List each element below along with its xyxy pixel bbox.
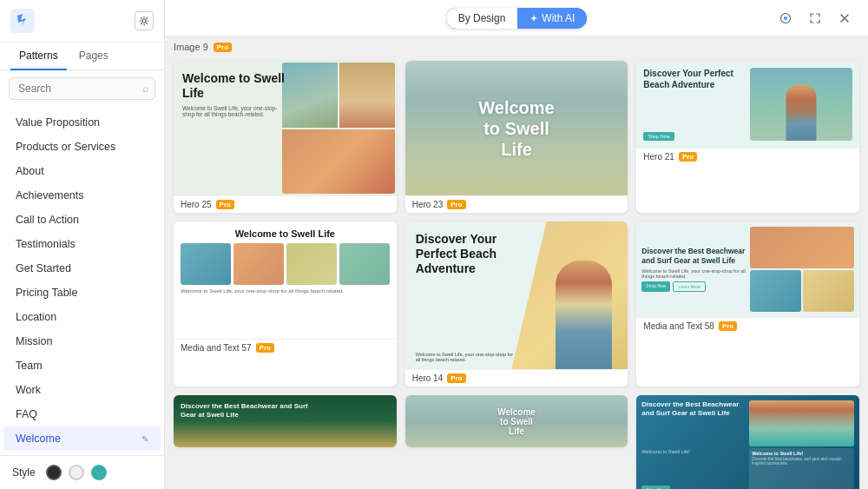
mt58-img2a <box>750 270 801 312</box>
style-light[interactable] <box>69 465 84 480</box>
sidebar-item-welcome[interactable]: Welcome ✎ <box>3 426 161 451</box>
hero14-label-text: Hero 14 <box>412 373 444 383</box>
hero21-preview: Discover Your Perfect Beach Adventure Sh… <box>636 61 859 148</box>
hero23-label-text: Hero 23 <box>412 200 444 209</box>
sync-button[interactable] <box>774 7 797 30</box>
sidebar-item-about[interactable]: About <box>3 159 161 183</box>
sidebar-item-get-started[interactable]: Get Started <box>3 256 161 281</box>
hero14-label: Hero 14 Pro <box>405 369 628 387</box>
sidebar-item-value-proposition[interactable]: Value Proposition <box>3 110 161 135</box>
close-button[interactable] <box>833 7 856 30</box>
hero25-subtitle: Welcome to Swell Life, your one-stop-sho… <box>182 105 289 117</box>
mtext57-img4 <box>339 243 390 285</box>
hero23-label: Hero 23 Pro <box>405 195 628 213</box>
bc2-text-wrap: Welcometo SwellLife <box>405 395 628 447</box>
ai-icon <box>529 14 538 23</box>
grid: Welcome to Swell Life Welcome to Swell L… <box>174 61 859 489</box>
sidebar-item-testimonials[interactable]: Testimonials <box>3 232 161 256</box>
tab-by-design[interactable]: By Design <box>446 8 518 29</box>
mtext57-subtitle: Welcome to Swell Life, your one-stop-sho… <box>181 288 390 294</box>
style-label: Style <box>12 466 36 479</box>
mt58-content: Discover the Best Beachwear and Surf Gea… <box>641 227 746 312</box>
mt52-text-sub: Discover the best beachwear, surf gear a… <box>752 457 852 466</box>
tab-with-ai[interactable]: With AI <box>517 8 587 29</box>
sidebar-item-achievements[interactable]: Achievements <box>3 183 161 208</box>
bc2-title: Welcometo SwellLife <box>497 407 536 436</box>
hero14-subtitle: Welcome to Swell Life, your one-stop-sho… <box>416 352 516 362</box>
card-hero23[interactable]: Welcometo SwellLife Hero 23 Pro <box>405 61 628 213</box>
settings-button[interactable] <box>135 11 154 30</box>
mt52-text-box: Welcome to Swell Life! Discover the best… <box>749 448 854 489</box>
topbar-icons <box>774 7 856 30</box>
mt52-btns: Shop Now <box>641 486 746 489</box>
tab-patterns[interactable]: Patterns <box>10 43 67 70</box>
sidebar-header <box>0 0 164 43</box>
sidebar-item-team[interactable]: Team <box>3 354 161 378</box>
hero25-label: Hero 25 Pro <box>174 195 397 213</box>
mtext57-preview: Welcome to Swell Life Welcome to Swell L… <box>174 221 397 339</box>
sidebar-item-mission[interactable]: Mission <box>3 329 161 354</box>
style-teal[interactable] <box>91 465 107 480</box>
mtext57-img3 <box>286 243 337 285</box>
sidebar: Patterns Pages ⌕ Value Proposition Produ… <box>0 0 165 489</box>
mtext58-label: Media and Text 58 Pro <box>636 317 859 334</box>
mtext58-preview: Discover the Best Beachwear and Surf Gea… <box>636 221 859 317</box>
hero25-preview: Welcome to Swell Life Welcome to Swell L… <box>174 61 397 195</box>
card-hero25[interactable]: Welcome to Swell Life Welcome to Swell L… <box>174 61 397 213</box>
topbar-center: By Design With AI <box>446 8 588 29</box>
svg-point-1 <box>142 19 146 23</box>
pro-badge: Pro <box>214 43 232 52</box>
sidebar-item-work[interactable]: Work <box>3 378 161 402</box>
mtext57-label-text: Media and Text 57 <box>181 343 252 353</box>
hero25-img3 <box>282 129 394 195</box>
patterns-grid: Welcome to Swell Life Welcome to Swell L… <box>165 56 868 489</box>
mt52-figure <box>749 400 854 446</box>
sidebar-item-cta[interactable]: Call to Action <box>3 208 161 232</box>
hero23-title: Welcometo SwellLife <box>478 97 554 160</box>
fullscreen-button[interactable] <box>804 7 826 30</box>
mt52-content: Discover the Best Beachwear and Surf Gea… <box>641 400 746 489</box>
search-input[interactable] <box>9 77 155 100</box>
style-section: Style <box>0 455 164 489</box>
mtext57-label: Media and Text 57 Pro <box>174 339 397 356</box>
hero25-pro-badge: Pro <box>216 200 234 209</box>
sidebar-item-products[interactable]: Products or Services <box>3 135 161 159</box>
view-tabs: By Design With AI <box>446 8 588 29</box>
card-mtext52[interactable]: Discover the Best Beachwear and Surf Gea… <box>636 395 859 489</box>
card-bottom2[interactable]: Welcometo SwellLife <box>405 395 628 447</box>
tab-pages[interactable]: Pages <box>70 43 117 70</box>
sidebar-item-pricing[interactable]: Pricing Table <box>3 281 161 305</box>
svg-point-3 <box>784 17 787 20</box>
card-mtext58[interactable]: Discover the Best Beachwear and Surf Gea… <box>636 221 859 387</box>
mt58-btn2: Learn More <box>673 281 706 292</box>
hero23-preview: Welcometo SwellLife <box>405 61 628 195</box>
card-hero14[interactable]: Discover Your Perfect Beach Adventure We… <box>405 221 628 387</box>
mtext57-img1 <box>181 243 231 285</box>
mt58-btn1: Shop Now <box>641 281 670 292</box>
mtext57-images <box>181 243 390 285</box>
sidebar-item-faq[interactable]: FAQ <box>3 402 161 426</box>
app-logo <box>10 9 35 33</box>
mt52-btn: Shop Now <box>641 486 670 489</box>
hero14-pro-badge: Pro <box>447 373 465 383</box>
card-bottom1[interactable]: Discover the Best Beachwear and Surf Gea… <box>174 395 397 447</box>
bc1-title: Discover the Best Beachwear and Surf Gea… <box>181 402 314 420</box>
card-mtext57[interactable]: Welcome to Swell Life Welcome to Swell L… <box>174 221 397 387</box>
hero25-title: Welcome to Swell Life <box>182 71 289 101</box>
hero21-pro-badge: Pro <box>679 152 697 162</box>
card-hero21[interactable]: Discover Your Perfect Beach Adventure Sh… <box>636 61 859 213</box>
hero21-image <box>750 68 852 141</box>
hero25-img1 <box>282 63 338 128</box>
style-dark[interactable] <box>46 465 62 480</box>
mt52-images: Welcome to Swell Life! Discover the best… <box>749 400 854 489</box>
hero21-figure <box>786 84 817 141</box>
hero25-label-text: Hero 25 <box>181 200 212 209</box>
hero25-content: Welcome to Swell Life Welcome to Swell L… <box>182 71 289 117</box>
topbar: By Design With AI <box>165 0 868 36</box>
edit-icon: ✎ <box>141 434 148 444</box>
hero23-text-wrap: Welcometo SwellLife <box>405 61 628 195</box>
sidebar-item-location[interactable]: Location <box>3 305 161 329</box>
hero21-title: Discover Your Perfect Beach Adventure <box>643 68 746 90</box>
hero25-images <box>280 61 396 195</box>
mt58-title: Discover the Best Beachwear and Surf Gea… <box>641 247 746 266</box>
